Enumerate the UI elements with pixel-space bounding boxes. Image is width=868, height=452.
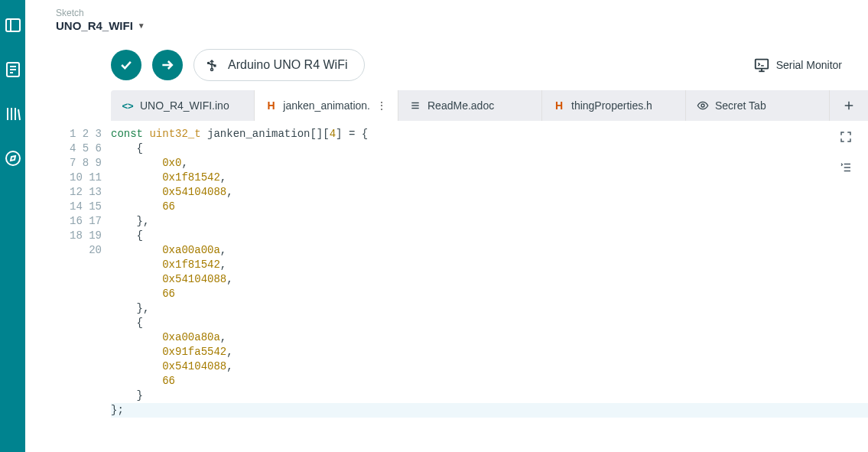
tab-label: ReadMe.adoc [427,99,494,112]
left-sidebar [0,0,25,452]
svg-rect-0 [6,19,20,31]
tab-file-icon: H [553,99,565,112]
svg-rect-19 [755,60,768,69]
main-area: Sketch UNO_R4_WIFI ▼ [25,0,868,452]
tab-file-icon [697,99,709,112]
plus-icon [842,99,856,112]
svg-line-9 [18,109,20,120]
code-area[interactable]: const uint32_t janken_animation[][4] = {… [111,121,868,452]
file-tab[interactable]: Secret Tab [686,90,830,121]
line-gutter: 1 2 3 4 5 6 7 8 9 10 11 12 13 14 15 16 1… [60,121,111,452]
file-tab[interactable]: <>UNO_R4_WIFI.ino [111,90,255,121]
svg-point-10 [6,151,20,165]
upload-button[interactable] [152,50,183,80]
svg-point-16 [208,62,210,63]
tab-label: thingProperties.h [571,99,652,112]
tab-label: Secret Tab [715,99,766,112]
expand-icon[interactable] [837,128,854,145]
svg-point-13 [211,69,213,71]
outline-icon[interactable] [837,159,854,176]
monitor-icon [753,57,770,73]
sketchbook-icon[interactable] [2,58,24,81]
tab-file-icon: H [265,99,277,112]
chevron-down-icon: ▼ [138,21,145,30]
file-tab[interactable]: HthingProperties.h [542,90,686,121]
check-icon [119,57,134,73]
explore-icon[interactable] [2,147,24,170]
library-icon[interactable] [2,102,24,125]
board-selector[interactable]: Arduino UNO R4 WiFi [193,49,365,81]
file-tab[interactable]: Hjanken_animation.⋮ [255,90,398,121]
header: Sketch UNO_R4_WIFI ▼ [25,0,868,32]
svg-point-26 [701,104,704,107]
tab-bar: <>UNO_R4_WIFI.inoHjanken_animation.⋮Read… [111,90,868,121]
sketch-label: Sketch [56,8,145,18]
sidebar-toggle-icon[interactable] [2,14,24,37]
toolbar: Arduino UNO R4 WiFi Serial Monitor [25,32,868,90]
add-tab-button[interactable] [830,90,868,121]
file-tab[interactable]: ReadMe.adoc [398,90,542,121]
tab-more-icon[interactable]: ⋮ [376,99,387,112]
usb-icon [205,58,219,72]
tab-file-icon [409,100,421,111]
app-root: Sketch UNO_R4_WIFI ▼ [0,0,868,452]
board-name: Arduino UNO R4 WiFi [228,58,347,72]
svg-rect-18 [214,65,216,67]
tab-file-icon: <> [122,100,134,112]
arrow-right-icon [160,57,175,73]
svg-marker-11 [11,156,15,161]
tab-label: janken_animation. [283,99,370,112]
serial-monitor-button[interactable]: Serial Monitor [753,57,847,73]
verify-button[interactable] [111,50,141,80]
editor[interactable]: 1 2 3 4 5 6 7 8 9 10 11 12 13 14 15 16 1… [25,121,868,452]
serial-monitor-label: Serial Monitor [776,59,842,71]
tab-label: UNO_R4_WIFI.ino [140,99,229,112]
sketch-selector[interactable]: Sketch UNO_R4_WIFI ▼ [56,8,145,32]
toolbar-left: Arduino UNO R4 WiFi [47,49,743,81]
sketch-name: UNO_R4_WIFI [56,19,133,32]
editor-side-controls [837,128,854,176]
